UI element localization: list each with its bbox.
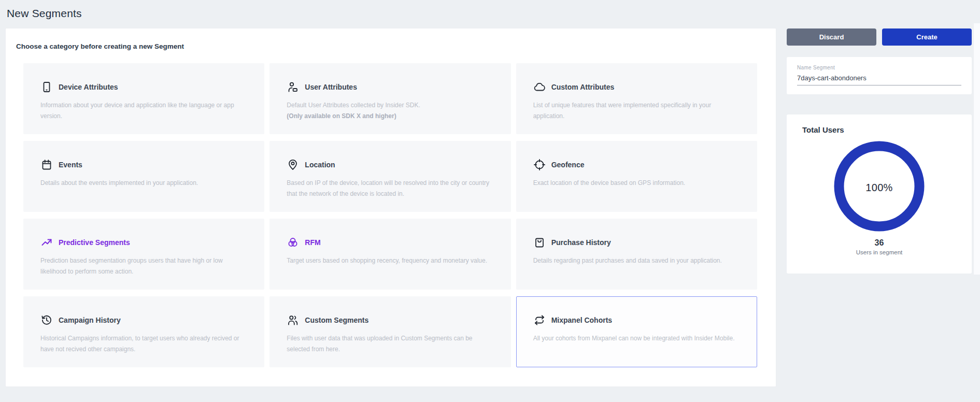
segment-sidebar: Discard Create Name Segment Total Users …: [787, 28, 972, 274]
category-description: Historical Campaigns information, to tar…: [40, 333, 247, 355]
category-description: Files with user data that was uploaded i…: [287, 333, 493, 355]
users-icon: [287, 314, 299, 326]
category-title: Location: [305, 161, 335, 169]
category-title: Custom Attributes: [551, 83, 615, 91]
name-segment-card: Name Segment: [787, 57, 972, 94]
cloud-icon: [533, 81, 546, 93]
category-title: Events: [59, 161, 82, 169]
category-description: Target users based on shopping recency, …: [287, 255, 493, 266]
users-count: 36: [787, 238, 972, 248]
category-description: List of unique features that were implem…: [533, 100, 740, 122]
category-title: Purchase History: [551, 238, 611, 247]
category-description-note: (Only available on SDK X and higher): [287, 111, 493, 122]
trending-up-icon: [40, 236, 53, 249]
name-segment-input[interactable]: [797, 73, 961, 85]
category-card-mixpanel-cohorts[interactable]: Mixpanel Cohorts All your cohorts from M…: [516, 296, 757, 367]
category-panel: Choose a category before creating a new …: [5, 28, 776, 387]
category-card-custom-segments[interactable]: Custom Segments Files with user data tha…: [269, 296, 510, 367]
category-card-custom-attributes[interactable]: Custom Attributes List of unique feature…: [516, 63, 757, 134]
create-button[interactable]: Create: [882, 28, 972, 46]
calendar-icon: [40, 159, 53, 171]
category-title: User Attributes: [305, 83, 357, 91]
category-grid: Device Attributes Information about your…: [23, 63, 757, 367]
category-title: Mixpanel Cohorts: [551, 316, 612, 324]
category-title: RFM: [305, 238, 320, 247]
name-segment-label: Name Segment: [797, 65, 961, 70]
users-count-caption: Users in segment: [787, 249, 972, 255]
category-card-geofence[interactable]: Geofence Exact location of the device ba…: [516, 141, 757, 212]
map-pin-icon: [287, 159, 299, 171]
smartphone-icon: [40, 81, 53, 93]
category-title: Geofence: [551, 161, 585, 169]
category-description: Details about the events implemented in …: [40, 178, 247, 189]
user-id-icon: [287, 81, 299, 93]
history-clock-icon: [40, 314, 53, 326]
category-description: Based on IP of the device, location will…: [287, 178, 493, 199]
category-card-events[interactable]: Events Details about the events implemen…: [23, 141, 264, 212]
category-card-predictive-segments[interactable]: Predictive Segments Prediction based seg…: [23, 219, 264, 290]
crosshair-icon: [533, 159, 546, 171]
total-users-title: Total Users: [802, 125, 972, 134]
category-card-location[interactable]: Location Based on IP of the device, loca…: [269, 141, 510, 212]
venn-diagram-icon: [287, 236, 299, 249]
panel-heading: Choose a category before creating a new …: [16, 42, 776, 50]
category-description: Default User Attributes collected by Ins…: [287, 100, 493, 111]
category-card-purchase-history[interactable]: Purchase History Details regarding past …: [516, 219, 757, 290]
repeat-icon: [533, 314, 546, 326]
page-title: New Segments: [7, 7, 82, 20]
category-title: Device Attributes: [59, 83, 118, 91]
shopping-bag-icon: [533, 236, 546, 249]
category-card-device-attributes[interactable]: Device Attributes Information about your…: [23, 63, 264, 134]
category-title: Campaign History: [59, 316, 121, 324]
discard-button[interactable]: Discard: [787, 28, 876, 46]
category-description: Information about your device and applic…: [40, 100, 247, 122]
total-users-donut: 100%: [834, 141, 925, 234]
category-card-rfm[interactable]: RFM Target users based on shopping recen…: [269, 219, 510, 290]
category-title: Custom Segments: [305, 316, 368, 324]
category-description: Details regarding past purchases and dat…: [533, 255, 740, 266]
total-users-card: Total Users 100% 36 Users in segment: [787, 114, 972, 274]
category-description: Exact location of the device based on GP…: [533, 178, 740, 189]
category-description: Prediction based segmentation groups use…: [40, 255, 247, 277]
category-description: All your cohorts from Mixpanel can now b…: [533, 333, 740, 344]
category-card-campaign-history[interactable]: Campaign History Historical Campaigns in…: [23, 296, 264, 367]
category-title: Predictive Segments: [59, 238, 130, 247]
category-card-user-attributes[interactable]: User Attributes Default User Attributes …: [269, 63, 510, 134]
scrollbar[interactable]: [974, 23, 980, 275]
donut-percent-label: 100%: [834, 181, 925, 193]
